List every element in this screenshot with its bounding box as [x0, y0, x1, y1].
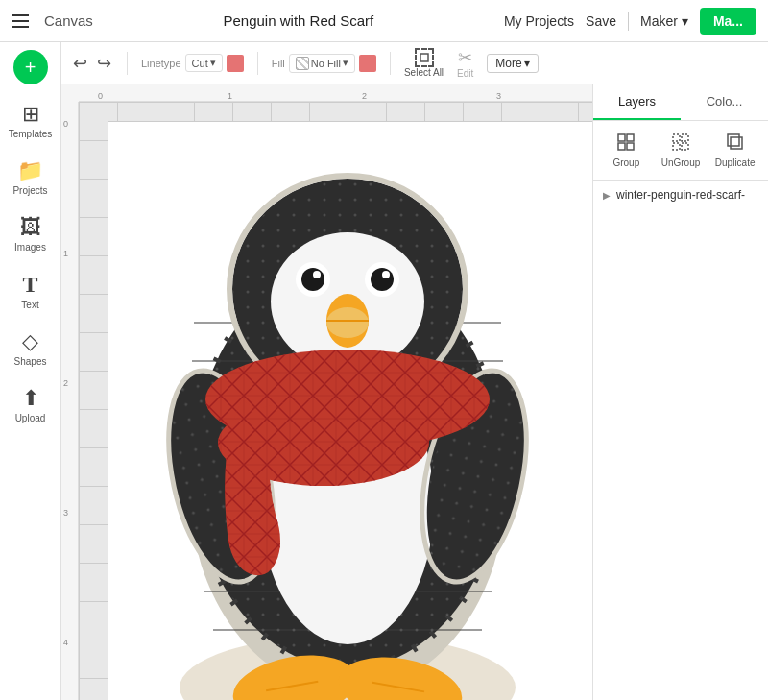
svg-point-44 — [218, 399, 429, 486]
svg-point-25 — [313, 271, 321, 278]
fill-arrow-icon: ▾ — [343, 57, 348, 69]
group-button[interactable]: Group — [601, 129, 652, 172]
ruler-v-4: 4 — [63, 638, 68, 647]
svg-point-28 — [326, 307, 369, 338]
sidebar-item-shapes[interactable]: ◇ Shapes — [4, 322, 58, 374]
sidebar-item-upload-label: Upload — [15, 413, 46, 423]
edit-label: Edit — [457, 68, 473, 79]
edit-icon: ✂ — [458, 47, 472, 68]
layer-expand-icon: ▶ — [603, 190, 611, 201]
penguin-image[interactable] — [117, 131, 578, 700]
ruler-h-0: 0 — [98, 91, 103, 101]
maker-green-button[interactable]: Ma... — [700, 8, 756, 35]
fill-color-swatch — [359, 55, 376, 72]
group-label: Group — [612, 157, 639, 168]
undo-button[interactable]: ↩ — [71, 51, 89, 76]
linetype-group: Linetype Cut ▾ — [141, 54, 244, 72]
tab-layers[interactable]: Layers — [593, 84, 681, 120]
top-right-actions: My Projects Save Maker ▾ Ma... — [504, 8, 756, 35]
sidebar-item-text-label: Text — [21, 300, 38, 310]
svg-point-26 — [382, 271, 390, 278]
doc-title: Penguin with Red Scarf — [108, 12, 489, 29]
svg-rect-50 — [627, 134, 634, 141]
layer-row[interactable]: ▶ winter-penguin-red-scarf- — [593, 181, 768, 209]
toolbar-separator-3 — [390, 52, 391, 75]
panel-tabs: Layers Colo... — [593, 84, 768, 121]
duplicate-label: Duplicate — [715, 157, 756, 168]
ruler-h-3: 3 — [496, 91, 501, 101]
fill-pattern-icon — [296, 57, 309, 70]
svg-rect-57 — [731, 137, 742, 149]
undo-redo-group: ↩ ↪ — [71, 51, 113, 76]
ruler-horizontal: 0 1 2 3 — [79, 84, 592, 102]
ruler-corner — [61, 84, 79, 102]
svg-point-24 — [371, 268, 394, 291]
linetype-color-swatch — [227, 55, 244, 72]
ruler-h-2: 2 — [362, 91, 367, 101]
edit-group[interactable]: ✂ Edit — [457, 47, 473, 79]
shapes-icon: ◇ — [22, 329, 38, 354]
sidebar-item-templates-label: Templates — [9, 129, 53, 139]
my-projects-button[interactable]: My Projects — [504, 13, 574, 29]
ruler-v-0: 0 — [63, 119, 68, 129]
sidebar-item-images-label: Images — [14, 242, 46, 253]
sidebar-item-projects-label: Projects — [12, 185, 47, 196]
svg-rect-56 — [682, 143, 688, 150]
sidebar-item-projects[interactable]: 📁 Projects — [4, 151, 58, 204]
tab-color[interactable]: Colo... — [681, 84, 768, 120]
ungroup-button[interactable]: UnGroup — [656, 129, 707, 172]
sidebar-item-templates[interactable]: ⊞ Templates — [4, 94, 58, 147]
svg-rect-53 — [673, 134, 680, 141]
toolbar-separator-2 — [257, 52, 258, 75]
ungroup-icon — [671, 133, 690, 156]
more-button[interactable]: More ▾ — [487, 54, 538, 73]
duplicate-icon — [726, 133, 745, 156]
ruler-v-3: 3 — [63, 508, 68, 518]
svg-rect-49 — [618, 134, 625, 141]
toolbar: ↩ ↪ Linetype Cut ▾ Fill No Fill ▾ — [61, 42, 768, 84]
svg-point-23 — [301, 268, 324, 291]
projects-icon: 📁 — [17, 158, 43, 183]
linetype-select[interactable]: Cut ▾ — [185, 54, 223, 72]
divider — [628, 12, 629, 31]
hamburger-icon[interactable] — [12, 14, 29, 28]
canvas-grid — [79, 102, 592, 700]
toolbar-separator-1 — [127, 52, 128, 75]
svg-rect-52 — [627, 143, 634, 150]
more-arrow-icon: ▾ — [524, 57, 530, 70]
save-button[interactable]: Save — [586, 13, 616, 29]
select-all-group[interactable]: Select All — [404, 48, 444, 78]
text-icon: T — [22, 272, 37, 298]
sidebar-item-images[interactable]: 🖼 Images — [4, 207, 58, 260]
fill-select[interactable]: No Fill ▾ — [289, 54, 355, 73]
canvas-area[interactable]: 0 1 2 3 0 1 2 3 4 — [61, 84, 592, 700]
group-icon — [616, 133, 636, 156]
panel-actions: Group UnGroup Duplicate — [593, 121, 768, 181]
svg-rect-54 — [682, 134, 688, 141]
ruler-vertical: 0 1 2 3 4 — [61, 102, 79, 700]
ruler-v-1: 1 — [63, 249, 68, 258]
canvas-right: 0 1 2 3 0 1 2 3 4 — [61, 84, 768, 700]
maker-button[interactable]: Maker ▾ — [640, 13, 688, 29]
sidebar-item-upload[interactable]: ⬆ Upload — [4, 378, 58, 431]
right-panel: Layers Colo... Group UnGroup — [592, 84, 768, 700]
svg-rect-0 — [420, 54, 428, 61]
main-area: + ⊞ Templates 📁 Projects 🖼 Images T Text… — [0, 42, 768, 700]
ruler-v-2: 2 — [63, 378, 68, 388]
linetype-arrow-icon: ▾ — [210, 57, 216, 69]
duplicate-button[interactable]: Duplicate — [709, 129, 760, 172]
templates-icon: ⊞ — [22, 102, 39, 127]
sidebar-item-text[interactable]: T Text — [4, 264, 58, 318]
select-all-icon — [415, 48, 434, 67]
ungroup-label: UnGroup — [661, 157, 701, 168]
new-button[interactable]: + — [13, 50, 48, 84]
svg-rect-58 — [728, 134, 739, 146]
canvas-content[interactable] — [79, 102, 592, 700]
svg-rect-51 — [618, 143, 625, 150]
redo-button[interactable]: ↪ — [95, 51, 113, 76]
upload-icon: ⬆ — [22, 386, 39, 411]
select-all-label: Select All — [404, 67, 444, 78]
images-icon: 🖼 — [20, 215, 41, 240]
left-sidebar: + ⊞ Templates 📁 Projects 🖼 Images T Text… — [0, 42, 61, 700]
chevron-down-icon: ▾ — [682, 13, 688, 29]
